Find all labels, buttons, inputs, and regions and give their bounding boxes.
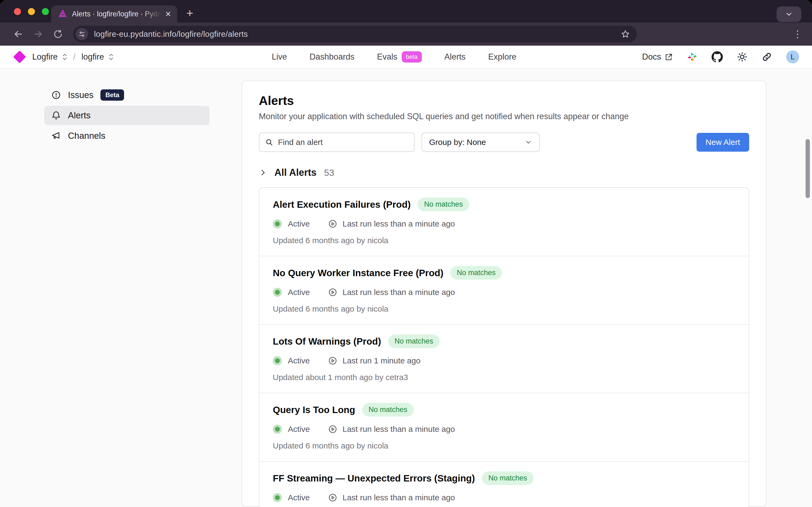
active-status-dot-icon (275, 221, 280, 226)
play-circle-icon (328, 288, 337, 297)
alert-card[interactable]: Lots Of Warnings (Prod) No matches Activ… (259, 325, 749, 393)
browser-titlebar: Alerts · logfire/logfire · Pydant ✕ + (0, 0, 812, 22)
alert-card[interactable]: Alert Execution Failures (Prod) No match… (259, 188, 749, 256)
external-link-icon (665, 53, 673, 61)
alert-title: No Query Worker Instance Free (Prod) (273, 268, 443, 278)
page-body: Issues Beta Alerts Channels Alerts Monit… (0, 69, 812, 507)
chevron-down-icon (785, 10, 793, 18)
app-header: Logfire / logfire Live Dashboards Evals … (0, 46, 812, 69)
site-settings-button[interactable] (76, 28, 88, 40)
sidebar-item-issues[interactable]: Issues Beta (44, 86, 209, 105)
alert-card[interactable]: FF Streaming — Unexpected Errors (Stagin… (259, 462, 749, 507)
search-input[interactable] (278, 138, 408, 147)
group-by-select[interactable]: Group by: None (422, 132, 540, 152)
arrow-left-icon (13, 29, 23, 40)
no-matches-badge: No matches (362, 403, 414, 416)
org-name[interactable]: Logfire (32, 52, 58, 62)
pydantic-logo-icon (58, 9, 67, 18)
new-alert-button[interactable]: New Alert (697, 133, 749, 152)
github-icon[interactable] (712, 51, 723, 62)
browser-menu-button[interactable]: ⋮ (793, 29, 802, 39)
docs-link[interactable]: Docs (642, 52, 673, 62)
issues-beta-badge: Beta (100, 90, 124, 101)
slack-icon[interactable] (687, 52, 698, 62)
logfire-logo-icon (13, 50, 26, 63)
forward-button[interactable] (30, 25, 47, 43)
alert-last-run: Last run less than a minute ago (343, 493, 455, 502)
active-status-dot-icon (275, 427, 280, 432)
sidebar-alerts-label: Alerts (68, 110, 91, 120)
org-switcher-icon[interactable] (62, 53, 67, 60)
back-button[interactable] (10, 25, 27, 43)
alert-last-run: Last run less than a minute ago (343, 288, 455, 297)
no-matches-badge: No matches (482, 471, 534, 485)
nav-evals-label: Evals (377, 52, 397, 62)
minimize-window-button[interactable] (28, 8, 35, 15)
group-by-value: Group by: None (429, 138, 486, 147)
sidebar-item-alerts[interactable]: Alerts (44, 106, 209, 125)
page-subtitle: Monitor your application with scheduled … (259, 112, 749, 121)
bookmark-star-icon[interactable] (621, 30, 630, 39)
nav-live[interactable]: Live (272, 52, 287, 62)
breadcrumb: Logfire / logfire (15, 52, 114, 62)
active-status-dot-icon (275, 358, 280, 363)
project-switcher-icon[interactable] (108, 53, 114, 60)
alert-status: Active (288, 425, 310, 434)
active-status-dot-icon (275, 495, 280, 500)
traffic-lights (14, 8, 49, 15)
reload-button[interactable] (49, 25, 67, 43)
main-nav: Live Dashboards Evals beta Alerts Explor… (239, 51, 517, 62)
project-name[interactable]: logfire (82, 52, 104, 62)
nav-evals[interactable]: Evals beta (377, 51, 422, 62)
share-link-icon[interactable] (761, 52, 772, 62)
scrollbar-thumb[interactable] (806, 139, 810, 198)
issue-icon (51, 90, 61, 100)
close-tab-icon[interactable]: ✕ (165, 10, 171, 18)
page-title: Alerts (259, 94, 749, 108)
alert-status: Active (288, 493, 310, 502)
sidebar-item-channels[interactable]: Channels (44, 126, 209, 146)
alert-last-run: Last run less than a minute ago (343, 425, 455, 434)
close-window-button[interactable] (14, 8, 21, 15)
user-avatar[interactable]: L (786, 50, 799, 63)
all-alerts-group-header[interactable]: All Alerts 53 (259, 167, 749, 178)
bell-icon (51, 111, 61, 120)
alert-title: Lots Of Warnings (Prod) (273, 336, 381, 347)
search-icon (265, 138, 273, 147)
alert-card[interactable]: No Query Worker Instance Free (Prod) No … (259, 256, 749, 325)
alert-card[interactable]: Query Is Too Long No matches Active Last… (259, 393, 749, 462)
theme-toggle-sun-icon[interactable] (737, 52, 748, 62)
search-box[interactable] (259, 132, 415, 152)
nav-alerts[interactable]: Alerts (444, 52, 466, 62)
reload-icon (53, 29, 63, 39)
sidebar: Issues Beta Alerts Channels (0, 69, 242, 507)
no-matches-badge: No matches (450, 266, 502, 280)
alert-updated: Updated 6 months ago by nicola (273, 236, 735, 245)
megaphone-icon (51, 131, 61, 140)
docs-label: Docs (642, 52, 661, 62)
alert-status: Active (288, 356, 310, 365)
zoom-window-button[interactable] (42, 8, 49, 15)
new-tab-button[interactable]: + (186, 6, 193, 22)
browser-toolbar: logfire-eu.pydantic.info/logfire/logfire… (0, 22, 812, 46)
group-title: All Alerts (274, 167, 317, 178)
alert-updated: Updated 6 months ago by nicola (273, 441, 735, 450)
group-count: 53 (324, 167, 334, 178)
nav-dashboards[interactable]: Dashboards (310, 52, 355, 62)
url-bar[interactable]: logfire-eu.pydantic.info/logfire/logfire… (73, 26, 637, 42)
tab-search-button[interactable] (776, 6, 801, 22)
evals-beta-badge: beta (402, 51, 422, 62)
alert-title: Query Is Too Long (273, 404, 355, 415)
play-circle-icon (328, 493, 337, 502)
play-circle-icon (328, 356, 337, 365)
alert-updated: Updated 6 months ago by nicola (273, 304, 735, 314)
nav-explore[interactable]: Explore (488, 52, 517, 62)
url-text[interactable]: logfire-eu.pydantic.info/logfire/logfire… (94, 30, 621, 39)
header-actions: Docs L (642, 50, 799, 63)
play-circle-icon (328, 425, 337, 434)
browser-tab[interactable]: Alerts · logfire/logfire · Pydant ✕ (51, 5, 177, 22)
no-matches-badge: No matches (418, 198, 469, 211)
sidebar-issues-label: Issues (68, 90, 94, 100)
chevron-down-icon (525, 138, 532, 146)
browser-window: Alerts · logfire/logfire · Pydant ✕ + lo… (0, 0, 812, 507)
